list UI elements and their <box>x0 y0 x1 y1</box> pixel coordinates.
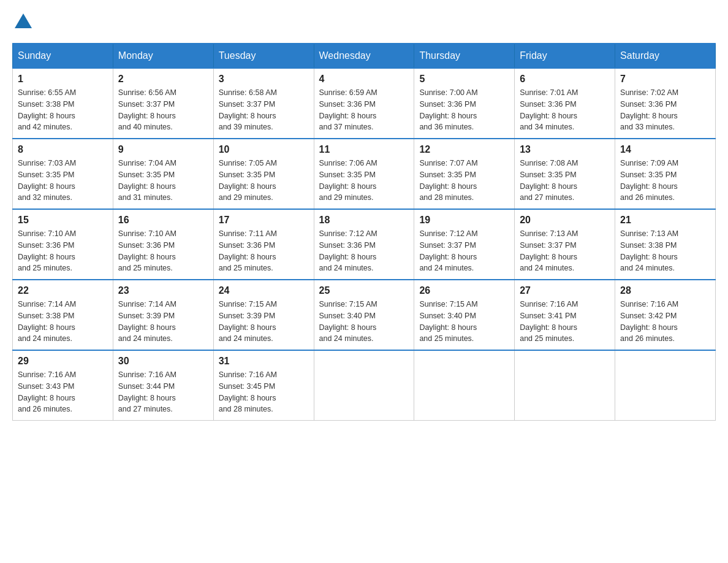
header-saturday: Saturday <box>615 44 716 68</box>
day-info: Sunrise: 7:13 AMSunset: 3:38 PMDaylight:… <box>620 228 710 274</box>
header-friday: Friday <box>515 44 615 68</box>
day-info: Sunrise: 7:14 AMSunset: 3:38 PMDaylight:… <box>18 299 108 345</box>
calendar-cell: 6Sunrise: 7:01 AMSunset: 3:36 PMDaylight… <box>515 68 615 139</box>
logo-triangle-icon <box>15 13 32 31</box>
calendar-cell: 20Sunrise: 7:13 AMSunset: 3:37 PMDayligh… <box>515 209 615 280</box>
calendar-cell <box>615 350 716 421</box>
calendar-cell: 7Sunrise: 7:02 AMSunset: 3:36 PMDaylight… <box>615 68 716 139</box>
day-info: Sunrise: 7:10 AMSunset: 3:36 PMDaylight:… <box>118 228 208 274</box>
calendar-table: SundayMondayTuesdayWednesdayThursdayFrid… <box>12 43 716 421</box>
day-number: 22 <box>18 285 108 296</box>
day-info: Sunrise: 7:16 AMSunset: 3:42 PMDaylight:… <box>620 299 710 345</box>
calendar-cell: 2Sunrise: 6:56 AMSunset: 3:37 PMDaylight… <box>113 68 213 139</box>
calendar-cell: 13Sunrise: 7:08 AMSunset: 3:35 PMDayligh… <box>515 139 615 209</box>
day-number: 4 <box>319 74 409 85</box>
day-info: Sunrise: 7:00 AMSunset: 3:36 PMDaylight:… <box>419 87 509 133</box>
calendar-cell: 9Sunrise: 7:04 AMSunset: 3:35 PMDaylight… <box>113 139 213 209</box>
calendar-cell <box>515 350 615 421</box>
day-number: 27 <box>520 285 610 296</box>
calendar-cell: 14Sunrise: 7:09 AMSunset: 3:35 PMDayligh… <box>615 139 716 209</box>
day-info: Sunrise: 7:06 AMSunset: 3:35 PMDaylight:… <box>319 158 409 204</box>
calendar-cell: 16Sunrise: 7:10 AMSunset: 3:36 PMDayligh… <box>113 209 213 280</box>
day-info: Sunrise: 7:13 AMSunset: 3:37 PMDaylight:… <box>520 228 610 274</box>
calendar-cell: 8Sunrise: 7:03 AMSunset: 3:35 PMDaylight… <box>13 139 113 209</box>
calendar-cell: 26Sunrise: 7:15 AMSunset: 3:40 PMDayligh… <box>414 280 515 350</box>
day-info: Sunrise: 7:08 AMSunset: 3:35 PMDaylight:… <box>520 158 610 204</box>
calendar-cell: 15Sunrise: 7:10 AMSunset: 3:36 PMDayligh… <box>13 209 113 280</box>
calendar-cell: 3Sunrise: 6:58 AMSunset: 3:37 PMDaylight… <box>213 68 314 139</box>
logo <box>12 12 32 31</box>
calendar-cell: 31Sunrise: 7:16 AMSunset: 3:45 PMDayligh… <box>213 350 314 421</box>
day-info: Sunrise: 7:15 AMSunset: 3:39 PMDaylight:… <box>219 299 309 345</box>
day-number: 28 <box>620 285 710 296</box>
day-info: Sunrise: 6:56 AMSunset: 3:37 PMDaylight:… <box>118 87 208 133</box>
day-info: Sunrise: 7:11 AMSunset: 3:36 PMDaylight:… <box>219 228 309 274</box>
day-info: Sunrise: 7:02 AMSunset: 3:36 PMDaylight:… <box>620 87 710 133</box>
day-info: Sunrise: 7:16 AMSunset: 3:41 PMDaylight:… <box>520 299 610 345</box>
day-info: Sunrise: 7:09 AMSunset: 3:35 PMDaylight:… <box>620 158 710 204</box>
day-info: Sunrise: 7:10 AMSunset: 3:36 PMDaylight:… <box>18 228 108 274</box>
day-info: Sunrise: 7:12 AMSunset: 3:36 PMDaylight:… <box>319 228 409 274</box>
calendar-week-row: 29Sunrise: 7:16 AMSunset: 3:43 PMDayligh… <box>13 350 716 421</box>
calendar-cell: 30Sunrise: 7:16 AMSunset: 3:44 PMDayligh… <box>113 350 213 421</box>
day-number: 20 <box>520 215 610 226</box>
day-number: 16 <box>118 215 208 226</box>
day-number: 17 <box>219 215 309 226</box>
day-number: 11 <box>319 144 409 155</box>
day-number: 5 <box>419 74 509 85</box>
calendar-week-row: 15Sunrise: 7:10 AMSunset: 3:36 PMDayligh… <box>13 209 716 280</box>
calendar-cell <box>314 350 414 421</box>
day-number: 24 <box>219 285 309 296</box>
header-sunday: Sunday <box>13 44 113 68</box>
calendar-cell: 23Sunrise: 7:14 AMSunset: 3:39 PMDayligh… <box>113 280 213 350</box>
calendar-cell: 12Sunrise: 7:07 AMSunset: 3:35 PMDayligh… <box>414 139 515 209</box>
header-monday: Monday <box>113 44 213 68</box>
calendar-cell: 29Sunrise: 7:16 AMSunset: 3:43 PMDayligh… <box>13 350 113 421</box>
calendar-week-row: 1Sunrise: 6:55 AMSunset: 3:38 PMDaylight… <box>13 68 716 139</box>
calendar-cell: 11Sunrise: 7:06 AMSunset: 3:35 PMDayligh… <box>314 139 414 209</box>
calendar-cell: 5Sunrise: 7:00 AMSunset: 3:36 PMDaylight… <box>414 68 515 139</box>
calendar-cell: 1Sunrise: 6:55 AMSunset: 3:38 PMDaylight… <box>13 68 113 139</box>
calendar-week-row: 22Sunrise: 7:14 AMSunset: 3:38 PMDayligh… <box>13 280 716 350</box>
day-number: 31 <box>219 356 309 367</box>
calendar-cell: 19Sunrise: 7:12 AMSunset: 3:37 PMDayligh… <box>414 209 515 280</box>
day-number: 29 <box>18 356 108 367</box>
day-number: 9 <box>118 144 208 155</box>
day-number: 15 <box>18 215 108 226</box>
calendar-cell: 22Sunrise: 7:14 AMSunset: 3:38 PMDayligh… <box>13 280 113 350</box>
day-info: Sunrise: 7:12 AMSunset: 3:37 PMDaylight:… <box>419 228 509 274</box>
day-info: Sunrise: 7:16 AMSunset: 3:43 PMDaylight:… <box>18 369 108 415</box>
day-info: Sunrise: 7:03 AMSunset: 3:35 PMDaylight:… <box>18 158 108 204</box>
day-info: Sunrise: 7:15 AMSunset: 3:40 PMDaylight:… <box>319 299 409 345</box>
calendar-cell: 27Sunrise: 7:16 AMSunset: 3:41 PMDayligh… <box>515 280 615 350</box>
day-info: Sunrise: 7:05 AMSunset: 3:35 PMDaylight:… <box>219 158 309 204</box>
svg-marker-0 <box>15 13 32 28</box>
calendar-week-row: 8Sunrise: 7:03 AMSunset: 3:35 PMDaylight… <box>13 139 716 209</box>
day-number: 18 <box>319 215 409 226</box>
day-number: 6 <box>520 74 610 85</box>
calendar-cell: 4Sunrise: 6:59 AMSunset: 3:36 PMDaylight… <box>314 68 414 139</box>
day-info: Sunrise: 7:04 AMSunset: 3:35 PMDaylight:… <box>118 158 208 204</box>
day-info: Sunrise: 7:07 AMSunset: 3:35 PMDaylight:… <box>419 158 509 204</box>
calendar-cell: 28Sunrise: 7:16 AMSunset: 3:42 PMDayligh… <box>615 280 716 350</box>
calendar-cell <box>414 350 515 421</box>
day-number: 19 <box>419 215 509 226</box>
day-number: 2 <box>118 74 208 85</box>
calendar-cell: 10Sunrise: 7:05 AMSunset: 3:35 PMDayligh… <box>213 139 314 209</box>
calendar-cell: 24Sunrise: 7:15 AMSunset: 3:39 PMDayligh… <box>213 280 314 350</box>
day-number: 21 <box>620 215 710 226</box>
calendar-cell: 21Sunrise: 7:13 AMSunset: 3:38 PMDayligh… <box>615 209 716 280</box>
header-thursday: Thursday <box>414 44 515 68</box>
day-number: 3 <box>219 74 309 85</box>
day-number: 26 <box>419 285 509 296</box>
day-info: Sunrise: 7:14 AMSunset: 3:39 PMDaylight:… <box>118 299 208 345</box>
day-info: Sunrise: 7:16 AMSunset: 3:44 PMDaylight:… <box>118 369 208 415</box>
day-number: 13 <box>520 144 610 155</box>
day-number: 7 <box>620 74 710 85</box>
header-tuesday: Tuesday <box>213 44 314 68</box>
page-header <box>12 12 716 31</box>
day-number: 10 <box>219 144 309 155</box>
day-info: Sunrise: 7:15 AMSunset: 3:40 PMDaylight:… <box>419 299 509 345</box>
calendar-cell: 25Sunrise: 7:15 AMSunset: 3:40 PMDayligh… <box>314 280 414 350</box>
day-number: 23 <box>118 285 208 296</box>
